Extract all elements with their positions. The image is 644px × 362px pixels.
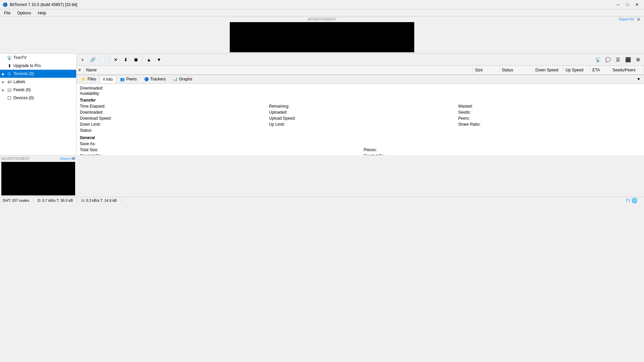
menu-options[interactable]: Options bbox=[14, 10, 34, 16]
downloaded2-row: Downloaded: bbox=[80, 110, 262, 115]
graphs-tab-icon: 📊 bbox=[173, 77, 178, 81]
col-header-hash[interactable]: # bbox=[76, 66, 84, 74]
availability-row: Availability: bbox=[80, 91, 641, 96]
minimize-button[interactable]: ─ bbox=[614, 1, 623, 8]
sidebar-label-torrents: Torrents (0) bbox=[13, 71, 34, 76]
dht-status: DHT: 207 nodes bbox=[3, 198, 34, 202]
down-limit-label: Down Limit: bbox=[80, 122, 120, 127]
separator-2 bbox=[142, 56, 143, 64]
bottom-collapse-button[interactable]: ▼ bbox=[635, 77, 643, 81]
feeds-icon: 📰 bbox=[7, 87, 12, 93]
sidebar-item-trontv[interactable]: 📡 TronTV bbox=[0, 54, 76, 62]
uploaded-row: Uploaded: bbox=[269, 110, 451, 115]
down-limit-row: Down Limit: bbox=[80, 122, 262, 127]
start-download-button[interactable]: ⬇ bbox=[121, 55, 130, 64]
menu-help[interactable]: Help bbox=[35, 10, 49, 16]
devices-icon: ☐ bbox=[7, 95, 12, 101]
list-view-button[interactable]: ☰ bbox=[613, 55, 623, 64]
add-torrent-button[interactable]: + bbox=[78, 55, 87, 64]
stop-button[interactable]: ⏹ bbox=[131, 55, 141, 64]
tab-files[interactable]: 📁 Files bbox=[78, 75, 100, 83]
downloaded2-label: Downloaded: bbox=[80, 110, 120, 115]
facebook-icon[interactable]: f bbox=[626, 198, 628, 203]
created-by-row: Created By: bbox=[364, 154, 641, 155]
down-label: D: 0.7 kB/s T: 36.5 kB bbox=[38, 198, 73, 202]
peers-label: Peers: bbox=[458, 116, 498, 121]
move-down-button[interactable]: ▼ bbox=[154, 55, 164, 64]
sidebar-item-devices[interactable]: ☐ Devices (0) bbox=[0, 94, 76, 102]
twitter-icon[interactable]: t bbox=[629, 198, 630, 203]
rss-button[interactable]: 📡 bbox=[593, 55, 602, 64]
col-header-eta[interactable]: ETA bbox=[590, 66, 610, 74]
sidebar-item-labels[interactable]: ▶ 🏷 Labels bbox=[0, 78, 76, 86]
col-header-downspeed[interactable]: Down Speed bbox=[533, 66, 564, 74]
col-header-size[interactable]: Size bbox=[473, 66, 500, 74]
report-ad-top[interactable]: Report Ad bbox=[619, 17, 634, 21]
up-status: U: 0.3 kB/s T: 14.8 kB bbox=[77, 198, 121, 202]
trontv-icon: 📡 bbox=[7, 55, 12, 60]
uploaded-label: Uploaded: bbox=[269, 110, 309, 115]
col-header-upspeed[interactable]: Up Speed bbox=[564, 66, 590, 74]
peers-row: Peers: bbox=[458, 116, 641, 121]
maximize-button[interactable]: □ bbox=[623, 1, 632, 8]
sidebar-label-devices: Devices (0) bbox=[13, 96, 34, 100]
time-elapsed-label: Time Elapsed: bbox=[80, 104, 120, 109]
detail-view-button[interactable]: ⬛ bbox=[623, 55, 633, 64]
total-size-row: Total Size: bbox=[80, 147, 357, 152]
titlebar: 🔵 BitTorrent 7.10.5 (build 45857) [32-bi… bbox=[0, 0, 644, 9]
download-speed-row: Download Speed: bbox=[80, 116, 262, 121]
availability-label: Availability: bbox=[80, 91, 120, 96]
sidebar-label-labels: Labels bbox=[13, 79, 25, 84]
torrent-table-area: # Name Size Status Down Speed Up Speed E… bbox=[76, 66, 644, 75]
close-ad-top[interactable]: ✕ bbox=[637, 17, 641, 22]
downloaded-label: Downloaded: bbox=[80, 86, 120, 90]
sidebar-item-torrents[interactable]: ▶ 🔷 Torrents (0) bbox=[0, 70, 76, 78]
col-header-name[interactable]: Name bbox=[84, 66, 473, 74]
save-as-label: Save As: bbox=[80, 141, 120, 146]
status-row: Status: bbox=[80, 128, 262, 133]
tab-peers[interactable]: 👥 Peers bbox=[116, 75, 140, 83]
close-button[interactable]: ✕ bbox=[633, 1, 641, 8]
general-grid: Save As: Total Size: Pieces: Created On: bbox=[80, 141, 641, 155]
content-area: 📡 TronTV ⬆ Upgrade to Pro ▶ 🔷 Torrents (… bbox=[0, 54, 644, 155]
add-url-button[interactable]: 🔗 bbox=[88, 55, 97, 64]
menubar: File Options Help bbox=[0, 9, 644, 17]
trackers-tab-icon: 🔵 bbox=[144, 77, 149, 81]
remaining-row: Remaining: bbox=[269, 104, 451, 109]
titlebar-controls: ─ □ ✕ bbox=[614, 1, 641, 8]
social-icons: f t 🌐 bbox=[622, 198, 641, 203]
tab-trackers[interactable]: 🔵 Trackers bbox=[141, 75, 169, 83]
tab-graphs-label: Graphs bbox=[179, 77, 192, 81]
tab-info[interactable]: ℹ Info bbox=[100, 76, 116, 83]
sidebar-item-feeds[interactable]: ▶ 📰 Feeds (0) bbox=[0, 86, 76, 94]
total-size-label: Total Size: bbox=[80, 147, 120, 152]
downloaded-row: Downloaded: bbox=[80, 86, 641, 90]
labels-icon: 🏷 bbox=[7, 79, 12, 84]
settings-button[interactable]: ⚙ bbox=[633, 55, 643, 64]
sidebar-label-upgrade: Upgrade to Pro bbox=[13, 63, 41, 68]
chat-button[interactable]: 💬 bbox=[603, 55, 612, 64]
remove-button[interactable]: ✕ bbox=[111, 55, 120, 64]
info-tab-icon: ℹ bbox=[103, 77, 105, 81]
app-icon: 🔵 bbox=[3, 2, 8, 7]
statusbar: DHT: 207 nodes D: 0.7 kB/s T: 36.5 kB U:… bbox=[0, 197, 644, 204]
web-icon[interactable]: 🌐 bbox=[632, 198, 637, 203]
close-ad-left[interactable]: ✕ bbox=[72, 156, 75, 161]
move-up-button[interactable]: ▲ bbox=[144, 55, 154, 64]
expand-icon-labels: ▶ bbox=[2, 80, 5, 84]
bottom-row: ADVERTISEMENT Report Ad ✕ bbox=[0, 155, 644, 197]
expand-icon-torrents: ▶ bbox=[2, 72, 5, 76]
up-label: U: 0.3 kB/s T: 14.8 kB bbox=[81, 198, 117, 202]
create-torrent-button[interactable]: 📄 bbox=[98, 55, 107, 64]
menu-file[interactable]: File bbox=[1, 10, 13, 16]
tab-graphs[interactable]: 📊 Graphs bbox=[169, 75, 196, 83]
col-header-seeds[interactable]: Seeds/Peers bbox=[610, 66, 644, 74]
col-header-status[interactable]: Status bbox=[500, 66, 533, 74]
bottom-content: Downloaded: Availability: Transfer Time … bbox=[76, 84, 644, 155]
left-ad: ADVERTISEMENT Report Ad ✕ bbox=[0, 155, 76, 197]
sidebar-label-feeds: Feeds (0) bbox=[13, 87, 31, 92]
wasted-row: Wasted: bbox=[458, 104, 641, 109]
status-label: Status: bbox=[80, 128, 120, 133]
created-on-row: Created On: bbox=[80, 154, 357, 155]
sidebar-item-upgrade[interactable]: ⬆ Upgrade to Pro bbox=[0, 62, 76, 70]
